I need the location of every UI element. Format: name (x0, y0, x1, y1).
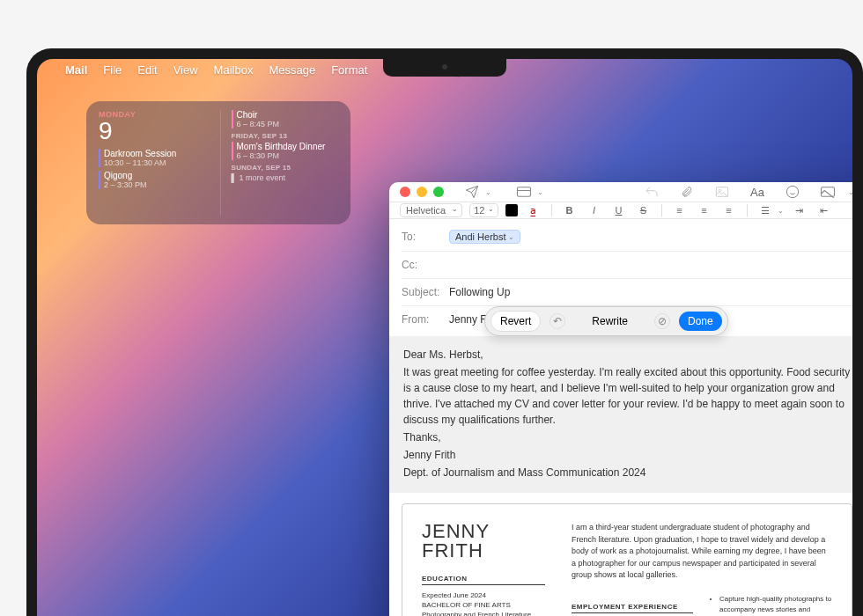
mail-compose-window: ⌄ ⌄ Aa ⌄ Helve (389, 182, 852, 616)
menu-file[interactable]: File (103, 63, 122, 77)
text-color-swatch[interactable] (505, 204, 518, 216)
calendar-today-column: MONDAY 9 Darkroom Session 10:30 – 11:30 … (99, 110, 206, 216)
cv-bullets: Capture high-quality photographs to acco… (711, 594, 832, 617)
revert-button[interactable]: Revert (491, 311, 541, 332)
cv-employment-heading: EMPLOYMENT EXPERIENCE (572, 603, 693, 613)
send-icon[interactable] (461, 182, 483, 202)
camera-dot (442, 64, 447, 70)
format-bar: Helvetica 12 a̲ B I U S ≡ ≡ ≡ ☰⌄ ⇥ ⇤ (389, 202, 852, 219)
cc-label: Cc: (402, 259, 449, 271)
compose-header-fields: To: Andi Herbst Cc: Subject: Following U… (389, 219, 852, 336)
font-family-select[interactable]: Helvetica (400, 203, 462, 217)
from-field-row[interactable]: From: Jenny Fri Revert ↶ Rewrite ⊘ Done (402, 306, 852, 336)
align-left-icon[interactable]: ≡ (671, 202, 689, 218)
body-signature-name: Jenny Frith (403, 447, 851, 463)
indent-right-icon[interactable]: ⇥ (791, 202, 808, 218)
list-button[interactable]: ☰ (756, 202, 774, 218)
calendar-event: Mom's Birthday Dinner 6 – 8:30 PM (232, 142, 339, 160)
underline-button[interactable]: U (610, 202, 628, 218)
calendar-date: 9 (99, 117, 206, 145)
minimize-button[interactable] (417, 187, 427, 197)
image-menu-chevron-icon[interactable]: ⌄ (848, 188, 852, 196)
reply-icon[interactable] (640, 182, 663, 202)
screen: Mail File Edit View Mailbox Message Form… (37, 59, 852, 616)
subject-label: Subject: (402, 286, 449, 298)
calendar-event: Darkroom Session 10:30 – 11:30 AM (99, 149, 206, 167)
calendar-more-indicator: ▌ 1 more event (232, 173, 339, 182)
body-paragraph: It was great meeting for coffee yesterda… (403, 364, 851, 428)
align-center-icon[interactable]: ≡ (696, 202, 713, 218)
body-closing: Thanks, (403, 429, 851, 445)
body-greeting: Dear Ms. Herbst, (403, 347, 851, 363)
strikethrough-button[interactable]: S (635, 202, 653, 218)
zoom-button[interactable] (433, 187, 444, 197)
menu-mailbox[interactable]: Mailbox (214, 63, 254, 77)
cv-name: JENNYFRITH (422, 522, 545, 561)
done-button[interactable]: Done (679, 312, 722, 331)
rewrite-label[interactable]: Rewrite (574, 315, 645, 327)
cc-field-row[interactable]: Cc: (402, 252, 852, 279)
cv-attachment[interactable]: JENNYFRITH EDUCATION Expected June 2024 … (402, 503, 852, 616)
menu-view[interactable]: View (173, 63, 198, 77)
writing-tools-popup: Revert ↶ Rewrite ⊘ Done (484, 306, 728, 336)
from-label: From: (402, 313, 449, 326)
cv-education-heading: EDUCATION (422, 575, 545, 585)
menu-edit[interactable]: Edit (137, 63, 157, 77)
insert-image-icon[interactable] (816, 182, 839, 202)
bold-button[interactable]: B (561, 202, 579, 218)
calendar-event: Qigong 2 – 3:30 PM (99, 171, 206, 189)
photo-browser-icon[interactable] (711, 182, 734, 202)
text-color-button[interactable]: a̲ (525, 202, 542, 218)
cv-education-item: Expected June 2024 BACHELOR OF FINE ARTS… (422, 590, 545, 616)
svg-rect-0 (518, 187, 531, 197)
italic-button[interactable]: I (586, 202, 603, 218)
to-label: To: (402, 231, 449, 243)
header-menu-chevron-icon[interactable]: ⌄ (537, 188, 543, 196)
display-notch (383, 59, 506, 77)
menu-message[interactable]: Message (269, 63, 315, 77)
send-menu-chevron-icon[interactable]: ⌄ (485, 188, 491, 196)
calendar-widget[interactable]: MONDAY 9 Darkroom Session 10:30 – 11:30 … (86, 101, 350, 224)
next-suggestion-icon[interactable]: ⊘ (654, 313, 670, 329)
attach-icon[interactable] (675, 182, 698, 202)
cv-summary: I am a third-year student undergraduate … (572, 522, 832, 582)
recipient-token[interactable]: Andi Herbst (449, 230, 520, 244)
font-size-select[interactable]: 12 (469, 203, 498, 217)
previous-suggestion-icon[interactable]: ↶ (550, 313, 565, 329)
laptop-bezel: Mail File Edit View Mailbox Message Form… (26, 48, 863, 616)
body-signature-dept: Dept. of Journalism and Mass Communicati… (403, 465, 851, 480)
menu-format[interactable]: Format (331, 63, 367, 77)
close-button[interactable] (400, 187, 410, 197)
message-body[interactable]: Dear Ms. Herbst, It was great meeting fo… (389, 336, 852, 493)
subject-field-row[interactable]: Subject: Following Up (402, 279, 852, 306)
calendar-event: Choir 6 – 8:45 PM (232, 110, 339, 128)
subject-input[interactable]: Following Up (449, 286, 852, 298)
header-fields-icon[interactable] (513, 182, 535, 202)
window-titlebar[interactable]: ⌄ ⌄ Aa ⌄ (389, 182, 852, 202)
svg-point-4 (786, 186, 798, 197)
calendar-upcoming-column: Choir 6 – 8:45 PM FRIDAY, SEP 13 Mom's B… (220, 110, 339, 216)
app-menu[interactable]: Mail (65, 63, 87, 77)
align-right-icon[interactable]: ≡ (720, 202, 738, 218)
emoji-icon[interactable] (781, 182, 804, 202)
format-text-icon[interactable]: Aa (746, 182, 769, 202)
indent-left-icon[interactable]: ⇤ (815, 202, 833, 218)
to-field-row[interactable]: To: Andi Herbst (402, 223, 852, 252)
traffic-lights (400, 187, 444, 197)
